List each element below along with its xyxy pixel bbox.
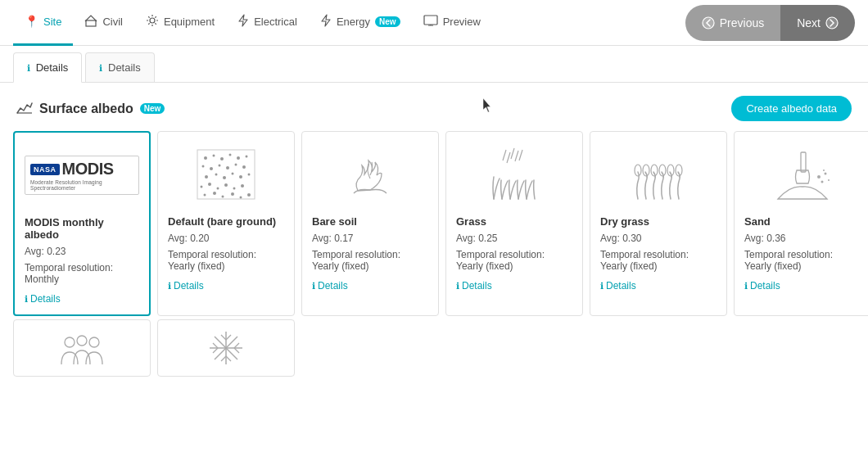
card-dry-grass-icon [600, 142, 717, 207]
card-dry-grass-name: Dry grass [600, 215, 717, 228]
svg-point-20 [215, 174, 218, 176]
svg-point-9 [220, 157, 224, 160]
albedo-cards-grid: NASA MODIS Moderate Resolution Imaging S… [0, 131, 868, 316]
card-sand-avg: Avg: 0.36 [744, 233, 861, 244]
card-default-details[interactable]: ℹ Details [168, 280, 284, 292]
next-button-label: Next [797, 16, 821, 29]
card-bottom-1[interactable] [13, 319, 151, 377]
card-dry-grass-avg: Avg: 0.30 [600, 233, 717, 244]
card-default-info-icon: ℹ [168, 281, 171, 292]
svg-point-36 [247, 193, 251, 197]
card-default-icon [168, 142, 284, 207]
site-icon: 📍 [25, 15, 38, 28]
svg-point-29 [233, 188, 236, 190]
svg-line-65 [213, 343, 218, 348]
nav-tab-equipment-label: Equipment [164, 16, 215, 28]
card-sand-name: Sand [744, 215, 861, 228]
sub-tab-2[interactable]: ℹ Details [85, 52, 154, 82]
nav-tab-equipment[interactable]: Equipment [134, 0, 226, 46]
card-dry-grass-res: Temporal resolution: Yearly (fixed) [600, 249, 717, 272]
svg-line-62 [226, 335, 231, 340]
svg-rect-48 [801, 152, 806, 172]
sub-tab-1[interactable]: ℹ Details [13, 52, 82, 83]
svg-point-54 [65, 337, 75, 347]
card-bare-soil-info-icon: ℹ [312, 281, 315, 292]
bottom-cards-row [0, 319, 868, 377]
svg-point-1 [150, 18, 155, 23]
card-dry-grass-details[interactable]: ℹ Details [600, 280, 717, 292]
energy-new-badge: New [375, 16, 400, 27]
svg-point-53 [823, 170, 825, 171]
svg-rect-2 [424, 16, 437, 25]
svg-line-61 [221, 335, 226, 340]
nav-tab-site-label: Site [43, 16, 61, 28]
nav-tab-electrical-label: Electrical [254, 16, 297, 28]
svg-line-68 [234, 348, 239, 353]
card-dry-grass[interactable]: Dry grass Avg: 0.30 Temporal resolution:… [590, 131, 727, 316]
svg-point-52 [828, 179, 830, 181]
svg-point-25 [201, 186, 203, 188]
next-arrow-icon [825, 16, 839, 29]
sub-tabs: ℹ Details ℹ Details [0, 46, 868, 83]
nav-tab-preview[interactable]: Preview [412, 0, 492, 46]
nav-tab-preview-label: Preview [443, 16, 481, 28]
svg-point-31 [204, 194, 206, 197]
svg-point-26 [208, 183, 211, 186]
nav-tab-civil-label: Civil [102, 16, 123, 28]
card-sand-details[interactable]: ℹ Details [744, 280, 861, 292]
card-default-res: Temporal resolution: Yearly (fixed) [168, 249, 284, 272]
equipment-icon [146, 14, 159, 29]
card-grass[interactable]: Grass Avg: 0.25 Temporal resolution: Yea… [445, 131, 583, 316]
card-dry-grass-details-label: Details [606, 280, 636, 292]
svg-point-15 [219, 165, 221, 167]
svg-point-55 [77, 336, 87, 346]
card-modis-avg: Avg: 0.23 [25, 246, 139, 257]
svg-point-8 [213, 155, 215, 157]
nav-tab-civil[interactable]: Civil [73, 0, 134, 46]
snowflake-icon [201, 328, 251, 368]
nav-buttons: Previous Next [685, 5, 855, 41]
svg-line-39 [519, 150, 522, 160]
svg-point-34 [231, 192, 234, 196]
card-bare-soil-avg: Avg: 0.17 [312, 233, 428, 244]
section-title: Surface albedo New [16, 100, 165, 118]
surface-albedo-title: Surface albedo [39, 102, 133, 116]
svg-point-14 [210, 167, 213, 170]
card-sand[interactable]: Sand Avg: 0.36 Temporal resolution: Year… [734, 131, 868, 316]
card-modis[interactable]: NASA MODIS Moderate Resolution Imaging S… [13, 131, 151, 316]
svg-line-64 [226, 356, 231, 361]
people-icon [57, 328, 106, 368]
card-bare-soil-details[interactable]: ℹ Details [312, 280, 428, 292]
svg-point-7 [204, 156, 207, 160]
card-grass-name: Grass [456, 215, 572, 228]
card-bottom-2[interactable] [157, 319, 295, 377]
previous-button[interactable]: Previous [685, 5, 780, 41]
card-default-details-label: Details [174, 280, 204, 292]
card-grass-details-label: Details [462, 280, 492, 292]
svg-line-67 [234, 343, 239, 348]
svg-point-10 [229, 154, 232, 156]
card-modis-details-label: Details [30, 293, 61, 305]
card-grass-icon [456, 142, 572, 207]
svg-point-32 [213, 192, 216, 195]
svg-point-24 [248, 174, 251, 176]
card-sand-icon [744, 142, 861, 207]
card-modis-name: MODIS monthly albedo [25, 216, 139, 241]
card-modis-details[interactable]: ℹ Details [25, 293, 139, 305]
nav-tab-electrical[interactable]: Electrical [226, 0, 309, 46]
svg-point-30 [241, 184, 244, 188]
previous-button-label: Previous [720, 16, 764, 29]
next-button[interactable]: Next [780, 5, 855, 41]
create-albedo-button[interactable]: Create albedo data [731, 96, 852, 121]
card-default-name: Default (bare ground) [168, 215, 284, 228]
section-header: Surface albedo New Create albedo data [0, 83, 868, 131]
card-default[interactable]: Default (bare ground) Avg: 0.20 Temporal… [157, 131, 295, 316]
card-grass-details[interactable]: ℹ Details [456, 280, 572, 292]
card-bare-soil[interactable]: Bare soil Avg: 0.17 Temporal resolution:… [301, 131, 439, 316]
svg-point-19 [205, 175, 208, 179]
card-sand-details-label: Details [750, 280, 780, 292]
svg-point-13 [202, 165, 205, 168]
nav-tab-site[interactable]: 📍 Site [13, 0, 73, 46]
nav-tab-energy[interactable]: Energy New [309, 0, 412, 46]
card-modis-res: Temporal resolution: Monthly [25, 262, 139, 285]
